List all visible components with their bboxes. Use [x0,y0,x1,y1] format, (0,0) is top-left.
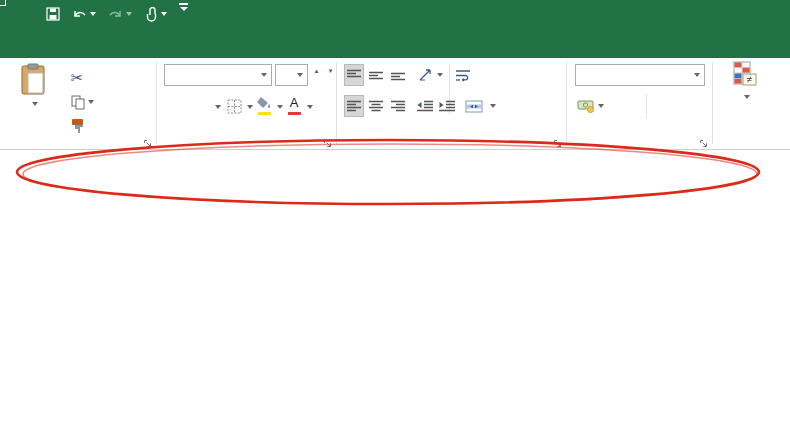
align-left-button[interactable] [344,95,364,117]
paste-dropdown-icon[interactable] [32,102,38,106]
copy-button[interactable] [64,91,100,113]
align-center-button[interactable] [366,95,386,117]
worksheet [0,152,790,430]
bold-button[interactable] [163,95,178,118]
paste-button[interactable] [8,63,58,139]
svg-text:≠: ≠ [747,74,753,85]
dialog-launcher-icon [699,139,709,149]
undo-dropdown-icon[interactable] [90,12,96,16]
fill-handle[interactable] [0,0,6,6]
font-size-combo[interactable] [275,64,308,86]
format-as-table-button[interactable] [775,61,790,133]
customize-qat-button[interactable] [173,3,194,25]
ribbon-tab-bar [0,28,790,58]
font-name-combo[interactable] [164,64,272,86]
merge-center-icon [465,100,483,113]
number-format-dropdown-icon[interactable] [694,73,700,77]
comma-style-button[interactable] [629,92,641,114]
orientation-button[interactable] [415,64,445,86]
dialog-launcher-icon [553,139,563,149]
save-button[interactable] [40,3,66,25]
italic-button[interactable] [180,95,193,118]
fill-color-icon [256,96,273,116]
align-middle-icon [369,69,383,81]
borders-button[interactable] [225,95,243,118]
decrease-decimal-button[interactable] [679,95,705,117]
excel-window: { "title_bar": { "filename": "1558f719-9… [0,0,790,430]
increase-decimal-button[interactable] [651,95,677,117]
underline-button[interactable] [195,95,210,118]
undo-button[interactable] [66,3,102,25]
undo-icon [72,8,87,21]
fill-color-bar [258,112,271,115]
clipboard-dialog-launcher[interactable] [143,135,153,145]
format-painter-icon [70,118,85,134]
accounting-format-icon [577,99,595,113]
cut-icon: ✂ [71,69,84,87]
accounting-format-button[interactable] [575,95,605,117]
phonetic-guide-button[interactable] [313,93,331,118]
borders-icon [227,99,242,114]
redo-icon [108,8,123,21]
font-name-dropdown-icon[interactable] [261,73,267,77]
conditional-formatting-icon: ≠ [732,61,758,87]
number-format-combo[interactable] [575,64,705,86]
font-size-dropdown-icon[interactable] [297,73,303,77]
copy-dropdown-icon[interactable] [88,100,94,104]
save-icon [46,7,60,21]
align-bottom-icon [391,69,405,81]
percent-style-button[interactable] [609,95,627,117]
alignment-dialog-launcher[interactable] [553,135,563,145]
number-group [567,58,713,149]
decrease-indent-icon [417,100,433,112]
borders-dropdown-icon[interactable] [247,105,253,109]
conditional-formatting-button[interactable]: ≠ [716,61,774,133]
cut-button[interactable]: ✂ [64,67,90,89]
title-bar [0,0,790,28]
align-bottom-button[interactable] [388,64,408,86]
chevron-down-icon [180,7,188,11]
dialog-launcher-icon [143,139,153,149]
wrap-text-button[interactable] [455,64,475,86]
font-dialog-launcher[interactable] [323,135,333,145]
quick-access-toolbar [40,2,194,26]
fill-color-dropdown-icon[interactable] [277,105,283,109]
align-left-icon [347,100,361,112]
orientation-icon [418,68,434,82]
active-cell-selection [0,0,4,4]
align-top-icon [347,69,361,81]
redo-button[interactable] [102,3,138,25]
accounting-dropdown-icon[interactable] [598,104,604,108]
decrease-indent-button[interactable] [415,95,435,117]
font-group: ▴ ▾ A [157,58,337,149]
redo-dropdown-icon[interactable] [126,12,132,16]
font-color-button[interactable]: A [285,93,303,118]
styles-group: ≠ [713,58,790,149]
orientation-dropdown-icon[interactable] [437,73,443,77]
align-middle-button[interactable] [366,64,386,86]
font-color-bar [288,112,301,115]
merge-center-button[interactable] [465,95,496,117]
shrink-font-arrow-icon: ▾ [329,67,333,75]
align-right-button[interactable] [388,95,408,117]
wrap-text-icon [455,69,471,82]
customize-qat-icon [179,3,188,5]
number-dialog-launcher[interactable] [699,135,709,145]
touch-mode-button[interactable] [138,3,173,25]
font-color-icon: A [286,96,303,116]
increase-indent-button[interactable] [437,95,457,117]
grow-font-button[interactable]: ▴ [310,64,323,86]
align-top-button[interactable] [344,64,364,86]
dialog-launcher-icon [323,139,333,149]
format-painter-button[interactable] [64,115,90,137]
merge-center-dropdown-icon[interactable] [490,104,496,108]
paste-icon [20,63,47,96]
touch-mode-icon [144,7,158,22]
touch-mode-dropdown-icon[interactable] [161,12,167,16]
fill-color-button[interactable] [255,93,273,118]
underline-dropdown-icon[interactable] [215,105,221,109]
inner-separator [646,94,647,118]
clipboard-group: ✂ [0,58,157,149]
conditional-formatting-dropdown-icon[interactable] [744,95,750,99]
increase-indent-icon [439,100,455,112]
